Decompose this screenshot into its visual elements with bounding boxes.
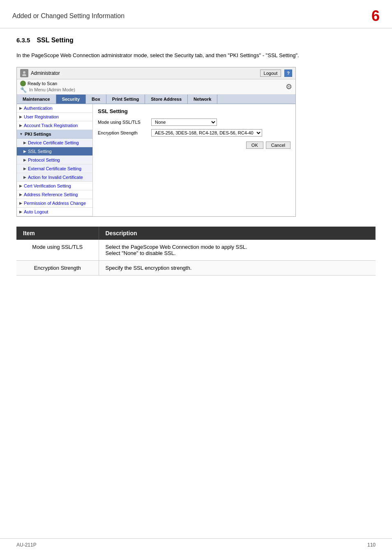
page-header-title: Added or Changed Setting Information (12, 12, 125, 20)
arrow-icon: ▶ (23, 141, 26, 145)
arrow-icon: ▶ (19, 123, 22, 127)
tab-network[interactable]: Network (188, 95, 217, 104)
group-arrow-icon: ▼ (19, 132, 23, 136)
button-row: OK Cancel (98, 141, 291, 149)
table-cell-item: Mode using SSL/TLS (16, 240, 99, 261)
footer-right: 110 (367, 542, 376, 548)
tab-print-setting[interactable]: Print Setting (106, 95, 145, 104)
table-cell-description: Select the PageScope Web Connection mode… (99, 240, 376, 261)
info-table: Item Description Mode using SSL/TLS Sele… (16, 227, 376, 276)
sidebar-item-action-invalid[interactable]: ▶ Action for Invalid Certificate (17, 173, 92, 182)
table-header-item: Item (16, 227, 99, 240)
sidebar-item-ssl-setting[interactable]: ▶ SSL Setting (17, 147, 92, 156)
table-header-description: Description (99, 227, 376, 240)
menu-label: In Menu (Admin Mode) (29, 87, 75, 92)
sidebar-label-ext-cert: External Certificate Setting (28, 166, 81, 171)
help-button[interactable]: ? (284, 70, 292, 77)
tab-maintenance[interactable]: Maintenance (17, 95, 56, 104)
encryption-strength-row: Encryption Strength AES-256, 3DES-168, R… (98, 129, 291, 137)
page-number: 6 (371, 7, 380, 25)
panel-title: SSL Setting (98, 108, 291, 114)
table-row: Encryption Strength Specify the SSL encr… (16, 260, 376, 275)
sidebar-item-cert-verification[interactable]: ▶ Cert Verification Setting (17, 182, 92, 190)
web-ui-sidebar: ▶ Authentication ▶ User Registration ▶ A… (17, 104, 93, 216)
table-cell-description: Specify the SSL encryption strength. (99, 260, 376, 275)
arrow-icon: ▶ (23, 158, 26, 162)
sidebar-label-device-cert: Device Certificate Setting (28, 140, 79, 145)
ok-button[interactable]: OK (246, 141, 263, 149)
footer-left: AU-211P (16, 542, 37, 548)
arrow-icon: ▶ (19, 210, 22, 214)
sidebar-label-perm-addr: Permission of Address Change (24, 201, 86, 206)
encryption-select[interactable]: AES-256, 3DES-168, RC4-128, DES-56, RC4-… (151, 129, 262, 137)
encryption-label: Encryption Strength (98, 130, 151, 135)
sidebar-item-auto-logout[interactable]: ▶ Auto Logout (17, 208, 92, 216)
sidebar-group-pki[interactable]: ▼ PKI Settings (17, 130, 92, 139)
sidebar-label-action-invalid: Action for Invalid Certificate (28, 175, 83, 180)
sidebar-label-ssl: SSL Setting (28, 149, 52, 154)
topbar-right[interactable]: Logout ? (260, 70, 292, 77)
gear-icon: ⚙ (286, 82, 292, 91)
sidebar-item-user-registration[interactable]: ▶ User Registration (17, 113, 92, 121)
ready-label: Ready to Scan (28, 81, 57, 86)
mode-ssl-select[interactable]: None (151, 118, 217, 126)
web-ui-tabs: Maintenance Security Box Print Setting S… (17, 95, 295, 104)
svg-point-0 (23, 71, 25, 74)
sidebar-label-addr-ref: Address Reference Setting (24, 192, 78, 197)
sidebar-label-auto-logout: Auto Logout (24, 209, 48, 214)
sidebar-item-permission-addr[interactable]: ▶ Permission of Address Change (17, 199, 92, 208)
arrow-icon: ▶ (19, 115, 22, 119)
section-number: 6.3.5 (16, 37, 30, 44)
section-title: SSL Setting (37, 37, 74, 44)
web-ui-main-panel: SSL Setting Mode using SSL/TLS None Encr… (93, 104, 295, 216)
sidebar-label-user-reg: User Registration (24, 114, 59, 119)
sidebar-item-ext-cert[interactable]: ▶ External Certificate Setting (17, 164, 92, 173)
sidebar-label-protocol: Protocol Setting (28, 158, 60, 162)
sidebar-item-device-cert[interactable]: ▶ Device Certificate Setting (17, 139, 92, 147)
menu-status: 🔧 In Menu (Admin Mode) (20, 87, 75, 93)
status-items: Ready to Scan 🔧 In Menu (Admin Mode) (20, 81, 75, 93)
arrow-icon: ▶ (23, 149, 26, 153)
arrow-icon: ▶ (23, 175, 26, 179)
section-description: In the PageScope Web Connection administ… (16, 51, 376, 60)
mode-ssl-label: Mode using SSL/TLS (98, 120, 151, 125)
table-cell-item: Encryption Strength (16, 260, 99, 275)
sidebar-item-authentication[interactable]: ▶ Authentication (17, 104, 92, 113)
menu-icon: 🔧 (20, 87, 27, 93)
arrow-icon: ▶ (19, 192, 22, 197)
arrow-icon: ▶ (19, 184, 22, 188)
ready-status: Ready to Scan (20, 81, 75, 86)
arrow-icon: ▶ (23, 167, 26, 171)
admin-label: Administrator (31, 70, 60, 76)
sidebar-item-protocol[interactable]: ▶ Protocol Setting (17, 156, 92, 164)
tab-security[interactable]: Security (56, 95, 86, 104)
web-ui-topbar: Administrator Logout ? (17, 67, 295, 79)
sidebar-item-account-track[interactable]: ▶ Account Track Registration (17, 121, 92, 130)
cancel-button[interactable]: Cancel (266, 141, 291, 149)
sidebar-label-account-track: Account Track Registration (24, 123, 78, 128)
web-ui-screenshot: Administrator Logout ? Ready to Scan 🔧 I… (16, 67, 296, 217)
sidebar-item-address-ref[interactable]: ▶ Address Reference Setting (17, 190, 92, 199)
tab-box[interactable]: Box (86, 95, 106, 104)
arrow-icon: ▶ (19, 106, 22, 110)
page-header: Added or Changed Setting Information 6 (0, 0, 392, 28)
mode-ssl-row: Mode using SSL/TLS None (98, 118, 291, 126)
web-ui-statusbar: Ready to Scan 🔧 In Menu (Admin Mode) ⚙ (17, 79, 295, 95)
tab-store-address[interactable]: Store Address (145, 95, 188, 104)
admin-icon (20, 69, 28, 77)
sidebar-label-cert-verify: Cert Verification Setting (24, 183, 71, 188)
main-content: 6.3.5 SSL Setting In the PageScope Web C… (0, 28, 392, 284)
topbar-left: Administrator (20, 69, 60, 77)
page-footer: AU-211P 110 (0, 538, 392, 548)
svg-point-1 (22, 74, 26, 76)
sidebar-label-authentication: Authentication (24, 106, 53, 111)
arrow-icon: ▶ (19, 201, 22, 205)
sidebar-group-label-pki: PKI Settings (25, 132, 51, 137)
ready-icon (20, 81, 26, 86)
table-row: Mode using SSL/TLS Select the PageScope … (16, 240, 376, 261)
logout-button[interactable]: Logout (260, 70, 281, 77)
web-ui-body: ▶ Authentication ▶ User Registration ▶ A… (17, 104, 295, 216)
